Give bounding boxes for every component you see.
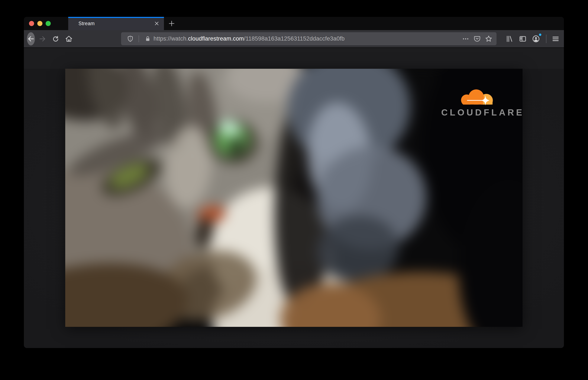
bookmark-star-icon[interactable] (483, 33, 494, 45)
page-content: CLOUDFLARE™ (24, 69, 564, 348)
window-controls (29, 17, 51, 30)
forward-icon (36, 33, 49, 45)
cat-blob (202, 208, 218, 217)
sidebar-icon[interactable] (517, 33, 529, 45)
minimize-window-button[interactable] (37, 21, 42, 26)
pocket-icon[interactable] (471, 33, 483, 45)
account-notification-badge (538, 33, 542, 36)
url-prefix: https://watch. (154, 36, 188, 42)
cloudflare-watermark: CLOUDFLARE™ (441, 87, 512, 118)
video-player[interactable]: CLOUDFLARE™ (65, 69, 522, 327)
urlbar-separator (138, 36, 139, 42)
page-actions-icon[interactable] (460, 33, 471, 45)
cloudflare-brand-text: CLOUDFLARE™ (441, 107, 512, 118)
library-icon[interactable] (503, 33, 516, 45)
url-domain: cloudflarestream.com (188, 36, 244, 42)
reload-icon[interactable] (50, 33, 62, 45)
menu-icon[interactable] (549, 33, 562, 45)
zoom-window-button[interactable] (46, 21, 51, 26)
tab-title: Stream (78, 21, 95, 26)
tracking-shield-icon[interactable] (124, 33, 136, 45)
back-icon[interactable] (27, 32, 35, 45)
close-window-button[interactable] (29, 21, 34, 26)
lock-icon[interactable] (142, 33, 154, 45)
close-tab-icon[interactable] (153, 19, 161, 28)
url-text[interactable]: https://watch.cloudflarestream.com/11859… (154, 36, 460, 42)
url-bar[interactable]: https://watch.cloudflarestream.com/11859… (121, 32, 497, 45)
url-path: /118598a163a125631152ddaccfe3a0fb (244, 36, 345, 42)
tab-stream[interactable]: Stream (68, 17, 164, 30)
cloudflare-cloud-icon (459, 87, 494, 107)
toolbar-right-group (503, 33, 563, 45)
navigation-toolbar: https://watch.cloudflarestream.com/11859… (24, 30, 564, 48)
account-icon[interactable] (530, 33, 542, 45)
browser-window: Stream (24, 17, 564, 348)
toolbar-separator (546, 35, 546, 43)
new-tab-icon[interactable] (166, 19, 177, 28)
titlebar: Stream (24, 17, 564, 30)
home-icon[interactable] (63, 33, 75, 45)
